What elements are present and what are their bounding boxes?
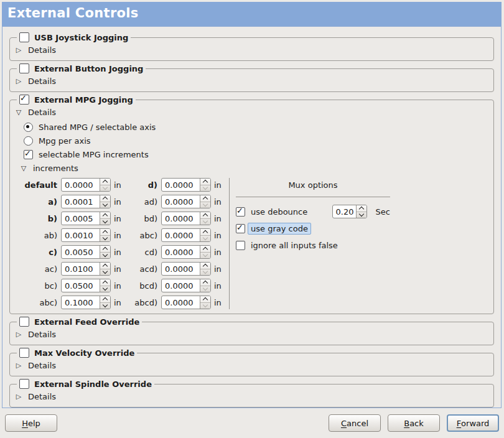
- spinbox-value[interactable]: 0.0100: [62, 263, 100, 275]
- spinbox-value[interactable]: 0.0000: [162, 296, 200, 309]
- help-button[interactable]: Help: [5, 414, 57, 432]
- unit-label: in: [211, 248, 224, 257]
- spin-down-button[interactable]: [100, 219, 110, 225]
- spinbox-steppers: [200, 296, 210, 309]
- radio-mpg-per-axis[interactable]: [24, 136, 33, 146]
- increment-spinbox: 0.0050: [61, 245, 111, 259]
- increment-label: ab): [20, 231, 61, 240]
- spin-down-button[interactable]: [100, 236, 110, 242]
- details-expander-spindle_override[interactable]: ▷Details: [15, 389, 490, 404]
- mux-option-row: ✓use debounce0.20Sec: [236, 205, 390, 218]
- spin-down-button[interactable]: [100, 269, 110, 276]
- spinbox-steppers: [100, 296, 110, 309]
- spin-down-button[interactable]: [200, 202, 210, 208]
- spinbox-value[interactable]: 0.0000: [162, 229, 200, 241]
- section-checkbox-feed_override[interactable]: [19, 317, 29, 327]
- checkbox-row: ✓selectable MPG increments: [20, 147, 490, 161]
- increment-row: abc)0.1000inabcd)0.0000in: [20, 296, 224, 309]
- spin-down-button[interactable]: [200, 303, 210, 309]
- section-checkbox-usb_joystick[interactable]: [19, 32, 29, 42]
- increment-label: c): [20, 248, 61, 257]
- chevron-up-icon: [103, 213, 108, 218]
- spinbox-value[interactable]: 0.0000: [162, 212, 200, 225]
- spin-down-button[interactable]: [200, 286, 210, 292]
- spin-down-button[interactable]: [357, 212, 366, 218]
- increments-expander[interactable]: ▽increments: [20, 161, 490, 175]
- section-checkbox-max_velocity[interactable]: [19, 348, 29, 358]
- chevron-down-icon: [203, 235, 208, 240]
- spinbox-value[interactable]: 0.0000: [162, 246, 200, 258]
- mux-options-panel: Mux options✓use debounce0.20Sec✓use gray…: [236, 178, 390, 255]
- increment-label: bcd): [124, 281, 161, 291]
- details-expander-ext_button[interactable]: ▷Details: [15, 73, 490, 88]
- section-legend: USB Joystick Jogging: [17, 32, 131, 42]
- details-expander-spindle_override-label: Details: [28, 392, 56, 401]
- forward-button[interactable]: Forward: [447, 414, 499, 432]
- spinbox-value[interactable]: 0.20: [333, 205, 356, 218]
- chevron-down-icon: [203, 302, 208, 307]
- section-feed_override: External Feed Override▷Details: [9, 317, 494, 345]
- unit-label: in: [211, 214, 224, 223]
- chevron-up-icon: [203, 180, 208, 185]
- spinbox-steppers: [200, 179, 210, 191]
- spinbox-value[interactable]: 0.0005: [62, 212, 100, 225]
- chevron-up-icon: [103, 281, 108, 286]
- spin-down-button[interactable]: [100, 286, 110, 292]
- details-expander-feed_override[interactable]: ▷Details: [15, 327, 490, 342]
- spinbox-value[interactable]: 0.0500: [62, 279, 100, 292]
- chevron-down-icon: [203, 286, 208, 291]
- section-checkbox-spindle_override[interactable]: [19, 379, 29, 389]
- details-expander-usb_joystick[interactable]: ▷Details: [15, 42, 490, 57]
- mux-option-label: use debounce: [251, 207, 307, 217]
- expander-closed-icon: ▷: [15, 78, 22, 85]
- details-expander-feed_override-label: Details: [28, 330, 56, 339]
- unit-label: in: [111, 197, 124, 207]
- chevron-down-icon: [103, 302, 108, 307]
- selectable-increments-checkbox[interactable]: ✓: [24, 150, 33, 159]
- mux-checkbox-2[interactable]: [236, 241, 245, 250]
- increment-row: c)0.0050incd)0.0000in: [20, 245, 224, 259]
- spinbox-value[interactable]: 0.1000: [62, 296, 100, 309]
- spin-down-button[interactable]: [200, 185, 210, 192]
- spinbox-value[interactable]: 0.0010: [62, 229, 100, 241]
- spinbox-value[interactable]: 0.0000: [162, 195, 200, 208]
- spinbox-value[interactable]: 0.0001: [62, 195, 100, 208]
- details-expander-max_velocity[interactable]: ▷Details: [15, 358, 490, 373]
- spinbox-value[interactable]: 0.0000: [162, 179, 200, 191]
- back-button[interactable]: Back: [388, 414, 440, 432]
- section-ext_mpg: ✓External MPG Jogging▽DetailsShared MPG …: [9, 95, 494, 314]
- spin-down-button[interactable]: [100, 202, 110, 208]
- section-checkbox-ext_button[interactable]: [19, 63, 29, 73]
- increment-row: b)0.0005inbd)0.0000in: [20, 212, 224, 225]
- spin-down-button[interactable]: [200, 269, 210, 276]
- spinbox-steppers: [200, 246, 210, 258]
- spinbox-value[interactable]: 0.0050: [62, 246, 100, 258]
- spin-down-button[interactable]: [100, 253, 110, 259]
- mux-checkbox-0[interactable]: ✓: [236, 207, 245, 217]
- radio-shared-mpg[interactable]: [24, 123, 33, 132]
- spin-down-button[interactable]: [100, 303, 110, 309]
- spinbox-steppers: [100, 212, 110, 225]
- spinbox-steppers: [100, 195, 110, 208]
- spinbox-steppers: [200, 212, 210, 225]
- spinbox-value[interactable]: 0.0000: [62, 179, 100, 191]
- chevron-up-icon: [203, 281, 208, 286]
- mux-option-row: ignore all inputs false: [236, 238, 390, 252]
- increment-row: bc)0.0500inbcd)0.0000in: [20, 279, 224, 292]
- section-title: Max Velocity Override: [34, 348, 134, 358]
- spinbox-value[interactable]: 0.0000: [162, 263, 200, 275]
- mux-checkbox-1[interactable]: ✓: [236, 224, 245, 233]
- spinbox-value[interactable]: 0.0000: [162, 279, 200, 292]
- expander-open-icon: ▽: [15, 109, 22, 116]
- spin-down-button[interactable]: [200, 236, 210, 242]
- increment-label: a): [20, 197, 61, 207]
- spin-down-button[interactable]: [100, 185, 110, 192]
- page-title: External Controls: [2, 2, 502, 21]
- section-legend: Max Velocity Override: [17, 348, 137, 358]
- spin-down-button[interactable]: [200, 253, 210, 259]
- section-checkbox-ext_mpg[interactable]: ✓: [19, 95, 29, 105]
- spin-down-button[interactable]: [200, 219, 210, 225]
- section-usb_joystick: USB Joystick Jogging▷Details: [9, 32, 494, 61]
- details-expander-ext_mpg[interactable]: ▽Details: [15, 105, 490, 119]
- cancel-button[interactable]: Cancel: [329, 414, 381, 432]
